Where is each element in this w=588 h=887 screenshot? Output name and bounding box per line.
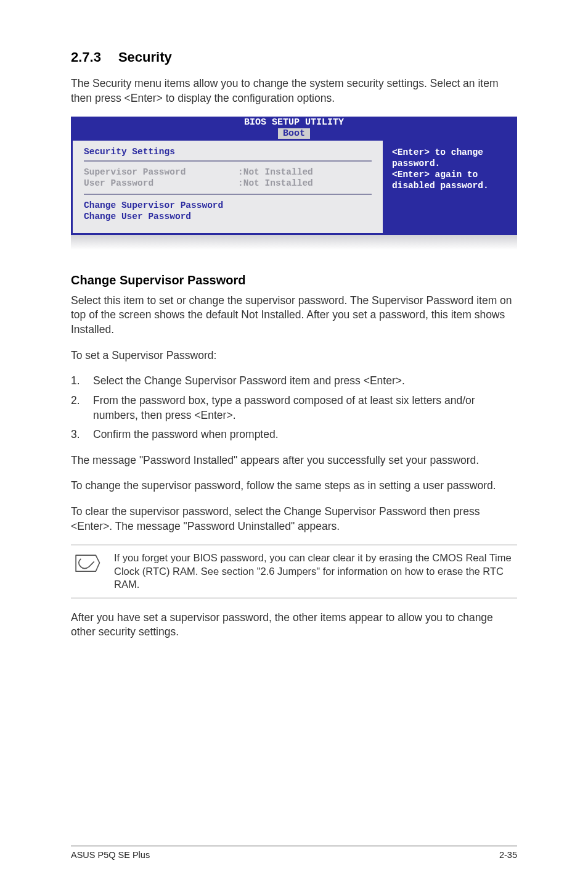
step-text: Select the Change Supervisor Password it… xyxy=(93,374,517,389)
bios-status-label: Supervisor Password xyxy=(84,167,238,177)
bios-status-label: User Password xyxy=(84,178,238,188)
paragraph: To change the supervisor password, follo… xyxy=(71,479,517,493)
bios-screenshot: BIOS SETUP UTILITY Boot Security Setting… xyxy=(71,117,517,250)
bios-status-value: :Not Installed xyxy=(238,178,372,188)
bios-status-value: :Not Installed xyxy=(238,167,372,177)
paperclip-note-icon xyxy=(72,551,100,576)
paragraph: After you have set a supervisor password… xyxy=(71,611,517,640)
subsection-heading: Change Supervisor Password xyxy=(71,273,517,287)
section-heading: 2.7.3Security xyxy=(71,49,517,65)
bios-titlebar: BIOS SETUP UTILITY Boot xyxy=(71,117,517,139)
bios-left-panel: Security Settings Supervisor Password :N… xyxy=(71,139,383,235)
bios-action-change-user: Change User Password xyxy=(84,211,372,222)
step-number: 1. xyxy=(71,374,93,389)
bios-title: BIOS SETUP UTILITY xyxy=(244,117,344,128)
bios-help-line: <Enter> again to xyxy=(392,169,508,180)
steps-list: 1.Select the Change Supervisor Password … xyxy=(71,374,517,442)
bios-help-line: password. xyxy=(392,158,508,169)
note-box: If you forget your BIOS password, you ca… xyxy=(71,545,517,598)
step-text: Confirm the password when prompted. xyxy=(93,427,517,442)
section-number: 2.7.3 xyxy=(71,49,101,65)
step-text: From the password box, type a password c… xyxy=(93,394,517,423)
intro-paragraph: The Security menu items allow you to cha… xyxy=(71,76,517,105)
list-item: 2.From the password box, type a password… xyxy=(71,394,517,423)
bios-tab-boot: Boot xyxy=(278,128,310,139)
paragraph: To clear the supervisor password, select… xyxy=(71,505,517,534)
note-icon xyxy=(71,551,102,576)
paragraph: To set a Supervisor Password: xyxy=(71,349,517,363)
list-item: 1.Select the Change Supervisor Password … xyxy=(71,374,517,389)
note-text: If you forget your BIOS password, you ca… xyxy=(114,551,517,591)
bios-status-block: Supervisor Password :Not Installed User … xyxy=(84,167,372,195)
bios-status-row: Supervisor Password :Not Installed xyxy=(84,167,372,178)
paragraph: The message "Password Installed" appears… xyxy=(71,453,517,468)
footer-left: ASUS P5Q SE Plus xyxy=(71,850,150,860)
bios-panel-title: Security Settings xyxy=(84,147,372,162)
bios-body: Security Settings Supervisor Password :N… xyxy=(71,139,517,235)
divider xyxy=(71,598,517,598)
list-item: 3.Confirm the password when prompted. xyxy=(71,427,517,442)
bios-action-change-supervisor: Change Supervisor Password xyxy=(84,200,372,211)
note-inner: If you forget your BIOS password, you ca… xyxy=(71,545,517,597)
step-number: 2. xyxy=(71,394,93,423)
bios-help-panel: <Enter> to change password. <Enter> agai… xyxy=(383,139,517,235)
bios-fade xyxy=(71,234,517,250)
step-number: 3. xyxy=(71,427,93,442)
paragraph: Select this item to set or change the su… xyxy=(71,294,517,337)
bios-help-line: disabled password. xyxy=(392,180,508,191)
section-title: Security xyxy=(118,49,172,65)
footer-right: 2-35 xyxy=(499,850,517,860)
bios-status-row: User Password :Not Installed xyxy=(84,178,372,189)
page-footer: ASUS P5Q SE Plus 2-35 xyxy=(71,846,517,860)
bios-help-line: <Enter> to change xyxy=(392,147,508,158)
